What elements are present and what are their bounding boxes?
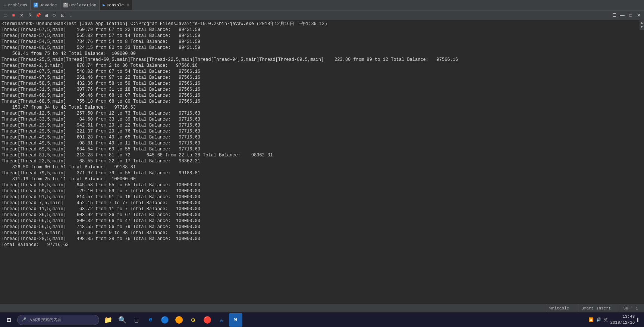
taskbar-search-placeholder: 入你要搜索的内容 bbox=[29, 317, 62, 323]
close-view-button[interactable]: ✕ bbox=[635, 12, 643, 19]
taskbar-edge[interactable]: e bbox=[144, 313, 157, 327]
console-line: 568.41 from 75 to 42 Total Balance: 1000… bbox=[1, 51, 643, 57]
scroll-up-arrow[interactable]: ▲ bbox=[641, 21, 643, 25]
taskbar-app7[interactable]: ☕ bbox=[215, 313, 228, 327]
console-line: Thread[Thread-49,5,main] 98.81 from 49 t… bbox=[1, 140, 643, 146]
tab-declaration-label: Declaration bbox=[69, 3, 97, 7]
console-line: 150.47 from 94 to 42 Total Balance: 9771… bbox=[1, 105, 643, 110]
console-line: Thread[Thread-2,5,main] 878.74 from 2 to… bbox=[1, 63, 643, 69]
console-line: Thread[Thread-68,5,main] 755.18 from 68 … bbox=[1, 99, 643, 105]
console-output[interactable]: <terminated> UnsunchBankTest [Java Appli… bbox=[0, 20, 644, 304]
console-line: Thread[Thread-49,5,main] 601.28 from 49 … bbox=[1, 134, 643, 140]
tab-problems-label: Problems bbox=[8, 3, 28, 7]
console-line: Thread[Thread-66,5,main] 300.32 from 66 … bbox=[1, 218, 643, 224]
taskbar-cortana[interactable]: 🔍 bbox=[116, 313, 129, 327]
console-line: Thread[Thread-25,5,main]Thread[Thread-60… bbox=[1, 57, 643, 63]
console-close-icon[interactable]: ✕ bbox=[127, 3, 129, 7]
problems-icon: ⚠ bbox=[4, 3, 6, 7]
console-line: Thread[Thread-79,5,main] 371.97 from 79 … bbox=[1, 170, 643, 176]
console-line: Thread[Thread-29,5,main] 221.37 from 29 … bbox=[1, 128, 643, 134]
taskbar-app5[interactable]: ⚙ bbox=[186, 313, 200, 327]
search-mic-icon: 🎤 bbox=[21, 317, 26, 322]
show-desktop[interactable]: ▌ bbox=[637, 318, 640, 322]
console-line: Thread[Thread-31,5,main] 307.76 from 31 … bbox=[1, 87, 643, 93]
console-line: Thread[Thread-0,5,main] 917.65 from 0 to… bbox=[1, 230, 643, 236]
taskbar-file-explorer[interactable]: 📁 bbox=[101, 313, 115, 327]
console-line: Thread[Thread-7,5,main] 452.15 from 7 to… bbox=[1, 200, 643, 206]
tab-bar: ⚠ Problems J Javadoc D Declaration ▶ Con… bbox=[0, 0, 644, 10]
console-line: Total Balance: 97716.63 bbox=[1, 242, 643, 248]
copy-button[interactable]: ⎘ bbox=[26, 12, 34, 19]
console-icon: ▶ bbox=[103, 3, 105, 7]
console-line: Thread[Thread-54,5,main] 734.76 from 54 … bbox=[1, 39, 643, 45]
taskbar-clock[interactable]: 13:43 2018/12/16 bbox=[610, 314, 635, 326]
taskbar-app3[interactable]: 🔵 bbox=[158, 313, 172, 327]
tab-javadoc-label: Javadoc bbox=[40, 3, 57, 7]
view-menu-button[interactable]: ☰ bbox=[610, 12, 618, 19]
console-line: Thread[Thread-11,5,main] 63.72 from 11 t… bbox=[1, 206, 643, 212]
tab-console-label: Console bbox=[107, 3, 124, 7]
cursor-position: 36 : 1 bbox=[620, 304, 641, 312]
tab-problems[interactable]: ⚠ Problems bbox=[1, 0, 31, 10]
console-line: Thread[Thread-57,5,main] 565.82 from 57 … bbox=[1, 33, 643, 39]
taskbar-search[interactable]: 🎤 入你要搜索的内容 bbox=[17, 315, 99, 325]
status-bar: Writable Smart Insert 36 : 1 bbox=[0, 304, 644, 312]
start-button[interactable]: ⊞ bbox=[1, 313, 16, 327]
taskbar-app6[interactable]: 🔴 bbox=[201, 313, 214, 327]
new-console-button[interactable]: ⊞ bbox=[43, 12, 50, 19]
writable-status: Writable bbox=[546, 304, 572, 312]
scroll-lock-button[interactable]: ↓ bbox=[67, 12, 75, 19]
tab-console[interactable]: ▶ Console ✕ bbox=[100, 0, 132, 10]
javadoc-icon: J bbox=[34, 3, 38, 7]
console-line: 811.19 from 25 to 11 Total Balance: 1000… bbox=[1, 176, 643, 182]
taskbar-apps: 📁 🔍 ❑ e 🔵 🟠 ⚙ 🔴 ☕ W bbox=[101, 313, 242, 327]
tab-javadoc[interactable]: J Javadoc bbox=[31, 0, 60, 10]
terminated-line: <terminated> UnsunchBankTest [Java Appli… bbox=[1, 21, 643, 27]
console-line: Thread[Thread-29,5,main] 942.61 from 29 … bbox=[1, 122, 643, 128]
minimize-button[interactable]: ▭ bbox=[1, 12, 9, 19]
declaration-icon: D bbox=[63, 3, 68, 7]
console-line: Thread[Thread-56,5,main] 748.55 from 56 … bbox=[1, 224, 643, 230]
step-button[interactable]: ⟳ bbox=[51, 12, 58, 19]
windows-taskbar: ⊞ 🎤 入你要搜索的内容 📁 🔍 ❑ e 🔵 🟠 ⚙ 🔴 ☕ W 🔼 🔊 英 1… bbox=[0, 312, 644, 327]
pin-button[interactable]: 📌 bbox=[34, 12, 42, 19]
terminate-button[interactable]: ■ bbox=[10, 12, 17, 19]
console-line: 826.50 from 60 to 51 Total Balance: 9918… bbox=[1, 164, 643, 170]
console-line: Thread[Thread-68,5,main] 86.46 from 68 t… bbox=[1, 93, 643, 99]
console-line: Thread[Thread-91,5,main] 814.57 from 91 … bbox=[1, 194, 643, 200]
console-line: Thread[Thread-69,5,main] 884.54 from 69 … bbox=[1, 146, 643, 152]
console-line: Thread[Thread-97,5,main] 261.46 from 97 … bbox=[1, 75, 643, 81]
clear-button[interactable]: ⊡ bbox=[59, 12, 66, 19]
console-line: Thread[Thread-87,5,main] 548.02 from 87 … bbox=[1, 69, 643, 75]
maximize-view-button[interactable]: □ bbox=[627, 12, 634, 19]
console-line: Thread[Thread-58,5,main] 432.36 from 58 … bbox=[1, 81, 643, 87]
console-line: Thread[Thread-36,5,main] 608.92 from 36 … bbox=[1, 212, 643, 218]
console-line: Thread[Thread-55,5,main] 945.58 from 55 … bbox=[1, 182, 643, 188]
console-line: Thread[Thread-33,5,main] 84.60 from 33 t… bbox=[1, 116, 643, 122]
toolbar: ▭ ■ ✕ ⎘ 📌 ⊞ ⟳ ⊡ ↓ ☰ — □ ✕ bbox=[0, 10, 644, 20]
taskbar-task-view[interactable]: ❑ bbox=[130, 313, 143, 327]
taskbar-right: 🔼 🔊 英 13:43 2018/12/16 ▌ bbox=[588, 314, 643, 326]
console-line: Thread[Thread-80,5,main] 524.15 from 80 … bbox=[1, 45, 643, 51]
console-line: Thread[Thread-67,5,main] 160.79 from 67 … bbox=[1, 27, 643, 33]
taskbar-word[interactable]: W bbox=[229, 313, 242, 327]
system-tray-icons: 🔼 🔊 英 bbox=[588, 317, 608, 323]
minimize-view-button[interactable]: — bbox=[619, 12, 626, 19]
smart-insert-status: Smart Insert bbox=[578, 304, 614, 312]
console-line: Thread[Thread-22,5,main] 68.55 from 22 t… bbox=[1, 158, 643, 164]
taskbar-app4[interactable]: 🟠 bbox=[172, 313, 186, 327]
remove-button[interactable]: ✕ bbox=[18, 12, 25, 19]
console-line: Thread[Thread-59,5,main] 29.10 from 59 t… bbox=[1, 188, 643, 194]
console-line: Thread[Thread-28,5,main] 498.85 from 28 … bbox=[1, 236, 643, 242]
scroll-down-arrow[interactable]: ▼ bbox=[641, 25, 643, 29]
console-line: Thread[Thread-12,5,main] 257.50 from 12 … bbox=[1, 110, 643, 116]
tab-declaration[interactable]: D Declaration bbox=[60, 0, 100, 10]
console-line: Thread[Thread-81,5,main] 213.28 from 81 … bbox=[1, 152, 643, 158]
